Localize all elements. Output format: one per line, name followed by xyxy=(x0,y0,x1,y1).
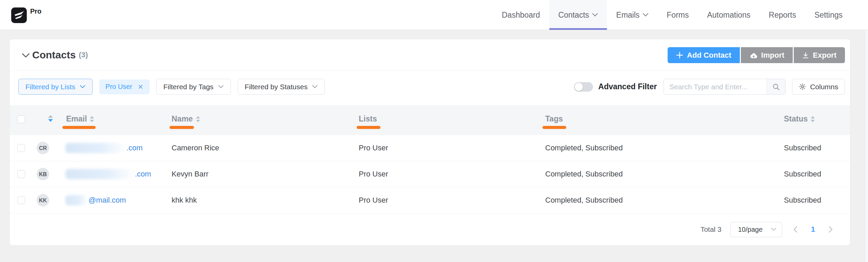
lists-cell: Pro User xyxy=(359,196,388,205)
status-cell: Subscribed xyxy=(784,170,821,179)
email-cell[interactable]: .com xyxy=(65,143,143,153)
avatar: CR xyxy=(37,142,49,154)
nav-item-contacts[interactable]: Contacts xyxy=(549,0,607,30)
active-filter-tag-pro-user: Pro User ✕ xyxy=(99,79,150,94)
column-header-status[interactable]: Status xyxy=(784,114,815,124)
chevron-down-icon xyxy=(218,85,224,89)
filtered-by-lists-dropdown[interactable]: Filtered by Lists xyxy=(18,79,93,95)
page-title: Contacts xyxy=(32,49,76,61)
toggle-knob xyxy=(575,83,583,91)
previous-page-icon[interactable] xyxy=(791,226,800,233)
total-count: Total 3 xyxy=(701,225,722,233)
chevron-down-icon xyxy=(771,228,776,231)
table-row[interactable]: KK @mail.com khk khk Pro User Completed,… xyxy=(10,187,850,213)
tags-cell: Completed, Subscribed xyxy=(545,196,623,205)
brand: Pro xyxy=(11,7,41,23)
table-header: Email Name Lists Tags Status xyxy=(10,105,850,135)
filtered-by-statuses-dropdown[interactable]: Filtered by Statuses xyxy=(238,79,325,95)
search-box xyxy=(664,79,786,95)
name-cell: Cameron Rice xyxy=(172,144,219,152)
chevron-down-icon xyxy=(592,13,598,17)
collapse-chevron-icon[interactable] xyxy=(22,53,27,57)
column-header-name[interactable]: Name xyxy=(172,114,200,124)
chevron-down-icon xyxy=(643,13,648,17)
table-row[interactable]: KB .com Kevyn Barr Pro User Completed, S… xyxy=(10,161,850,187)
column-header-tags: Tags xyxy=(545,114,563,124)
fluentcrm-logo-icon xyxy=(11,7,27,23)
status-cell: Subscribed xyxy=(784,196,821,205)
row-checkbox[interactable] xyxy=(17,196,25,204)
annotation-underline-lists xyxy=(357,126,380,129)
sort-icon[interactable] xyxy=(196,116,200,122)
contacts-card: Contacts (3) Add Contact Import Export xyxy=(10,39,850,245)
filtered-by-tags-dropdown[interactable]: Filtered by Tags xyxy=(156,79,231,95)
export-button[interactable]: Export xyxy=(794,47,845,63)
sort-icon[interactable] xyxy=(90,116,94,122)
remove-tag-icon[interactable]: ✕ xyxy=(138,83,143,91)
filter-right-controls: Advanced Filter Columns xyxy=(574,79,845,95)
table-footer: Total 3 10/page 1 xyxy=(10,213,850,245)
column-header-email[interactable]: Email xyxy=(66,114,94,124)
table-row[interactable]: CR .com Cameron Rice Pro User Completed,… xyxy=(10,135,850,161)
tags-cell: Completed, Subscribed xyxy=(545,170,623,179)
card-header: Contacts (3) Add Contact Import Export xyxy=(10,39,850,71)
annotation-underline-tags xyxy=(542,126,566,129)
add-contact-button[interactable]: Add Contact xyxy=(668,47,740,63)
page-size-select[interactable]: 10/page xyxy=(730,222,782,237)
nav-item-reports[interactable]: Reports xyxy=(760,0,805,30)
nav-item-emails[interactable]: Emails xyxy=(607,0,657,30)
avatar: KK xyxy=(37,194,49,207)
annotation-underline-email xyxy=(62,126,96,129)
pagination: Total 3 10/page 1 xyxy=(701,213,835,245)
main-nav: Dashboard Contacts Emails Forms Automati… xyxy=(493,0,852,30)
contacts-count: (3) xyxy=(79,51,88,59)
column-header-lists: Lists xyxy=(359,114,377,124)
search-icon xyxy=(772,83,780,91)
cloud-upload-icon xyxy=(749,52,757,58)
download-icon xyxy=(802,52,809,59)
topbar: Pro Dashboard Contacts Emails Forms Auto… xyxy=(0,0,868,30)
avatar: KB xyxy=(37,168,49,181)
advanced-filter-label: Advanced Filter xyxy=(598,82,657,91)
pro-badge: Pro xyxy=(30,7,41,15)
status-cell: Subscribed xyxy=(784,144,821,152)
nav-item-forms[interactable]: Forms xyxy=(657,0,698,30)
redacted-email-blur xyxy=(65,195,88,205)
next-page-icon[interactable] xyxy=(827,226,835,233)
nav-item-dashboard[interactable]: Dashboard xyxy=(493,0,549,30)
lists-cell: Pro User xyxy=(359,144,388,152)
sort-control-id[interactable] xyxy=(48,115,53,122)
select-all-checkbox[interactable] xyxy=(17,115,25,123)
page-number-1[interactable]: 1 xyxy=(808,225,818,234)
import-button[interactable]: Import xyxy=(741,47,793,63)
chevron-down-icon xyxy=(80,85,85,89)
tags-cell: Completed, Subscribed xyxy=(545,144,623,152)
columns-button[interactable]: Columns xyxy=(792,79,845,95)
filter-controls: Filtered by Lists Pro User ✕ Filtered by… xyxy=(18,79,325,95)
row-checkbox[interactable] xyxy=(17,144,25,152)
email-cell[interactable]: @mail.com xyxy=(65,195,126,205)
row-checkbox[interactable] xyxy=(17,170,25,178)
header-button-group: Add Contact Import Export xyxy=(668,47,845,63)
search-input[interactable] xyxy=(664,79,767,94)
chevron-down-icon xyxy=(312,85,318,89)
plus-icon xyxy=(676,52,683,59)
annotation-underline-name xyxy=(170,126,194,129)
gear-icon xyxy=(799,83,806,90)
nav-item-settings[interactable]: Settings xyxy=(805,0,852,30)
sort-icon[interactable] xyxy=(811,116,815,122)
name-cell: khk khk xyxy=(172,196,197,205)
redacted-email-blur xyxy=(65,143,126,153)
nav-item-automations[interactable]: Automations xyxy=(698,0,760,30)
search-submit[interactable] xyxy=(767,79,785,94)
filter-row: Filtered by Lists Pro User ✕ Filtered by… xyxy=(10,71,850,105)
scrollbar-track[interactable] xyxy=(865,30,868,262)
email-cell[interactable]: .com xyxy=(65,169,151,179)
redacted-email-blur xyxy=(65,169,134,179)
lists-cell: Pro User xyxy=(359,170,388,179)
name-cell: Kevyn Barr xyxy=(172,170,209,179)
advanced-filter-toggle[interactable] xyxy=(574,82,593,92)
